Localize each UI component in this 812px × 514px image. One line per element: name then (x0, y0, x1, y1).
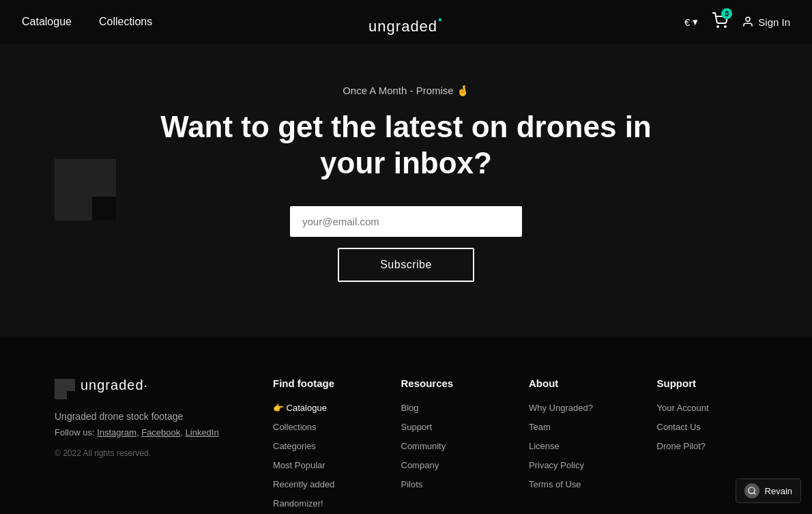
resources-list: Blog Support Community Company Pilots (401, 401, 502, 490)
list-item: Categories (273, 440, 374, 452)
user-icon (742, 16, 754, 28)
company-link[interactable]: Company (401, 460, 439, 470)
navbar: Catalogue Collections ungraded· € ▾ 0 Si… (0, 0, 812, 44)
contact-us-link[interactable]: Contact Us (657, 422, 701, 432)
nav-catalogue[interactable]: Catalogue (22, 16, 72, 28)
list-item: Pilots (401, 478, 502, 490)
support-list: Your Account Contact Us Drone Pilot? (657, 401, 758, 452)
catalogue-link[interactable]: 👉 Catalogue (273, 403, 327, 413)
subscribe-section: Once A Month - Promise 🤞 Want to get the… (0, 44, 812, 337)
list-item: Team (529, 420, 630, 433)
about-list: Why Ungraded? Team License Privacy Polic… (529, 401, 630, 490)
footer-brand-name: ungraded· (81, 377, 148, 393)
footer-logo-wrap: ungraded· (55, 377, 246, 401)
hero-headline: Want to get the latest on drones in your… (140, 109, 672, 182)
cart-button[interactable]: 0 (712, 12, 728, 31)
list-item: Terms of Use (529, 478, 630, 490)
list-item: Recently added (273, 478, 374, 490)
footer-copyright: © 2022 All rights reserved. (55, 448, 246, 458)
subscribe-button[interactable]: Subscribe (338, 248, 474, 282)
chevron-down-icon: ▾ (693, 16, 698, 28)
why-ungraded-link[interactable]: Why Ungraded? (529, 403, 593, 413)
svg-point-2 (746, 17, 750, 21)
logo-text: ungraded· (368, 18, 444, 35)
svg-line-4 (753, 493, 755, 495)
nav-right: € ▾ 0 Sign In (684, 12, 790, 31)
linkedin-link[interactable]: LinkedIn (186, 427, 219, 438)
randomizer-link[interactable]: Randomizer! (273, 498, 323, 509)
facebook-link[interactable]: Facebook (141, 427, 180, 438)
list-item: Collections (273, 420, 374, 433)
currency-selector[interactable]: € ▾ (684, 16, 698, 28)
revain-badge[interactable]: Revain (736, 479, 801, 503)
list-item: 👉 Catalogue (273, 401, 374, 414)
list-item: Most Popular (273, 459, 374, 471)
list-item: Company (401, 459, 502, 471)
blog-link[interactable]: Blog (401, 403, 419, 413)
list-item: Randomizer! (273, 497, 374, 509)
resources-title: Resources (401, 377, 502, 389)
nav-collections[interactable]: Collections (99, 16, 152, 28)
svg-point-0 (717, 26, 719, 27)
footer-brand: ungraded· Ungraded drone stock footage F… (55, 377, 246, 514)
team-link[interactable]: Team (529, 422, 551, 432)
pilots-link[interactable]: Pilots (401, 479, 423, 489)
list-item: License (529, 440, 630, 452)
nav-logo[interactable]: ungraded· (368, 8, 444, 35)
support-title: Support (657, 377, 758, 389)
revain-logo-icon (747, 486, 757, 496)
sign-in-link[interactable]: Sign In (742, 16, 790, 28)
recently-added-link[interactable]: Recently added (273, 479, 334, 489)
footer-logo-mark (55, 379, 75, 399)
categories-link[interactable]: Categories (273, 441, 316, 451)
footer-resources: Resources Blog Support Community Company… (401, 377, 502, 514)
svg-point-1 (725, 26, 726, 27)
community-link[interactable]: Community (401, 441, 446, 451)
revain-icon (744, 483, 759, 498)
find-footage-list: 👉 Catalogue Collections Categories Most … (273, 401, 374, 509)
drone-pilot-link[interactable]: Drone Pilot? (657, 441, 706, 451)
list-item: Why Ungraded? (529, 401, 630, 414)
about-title: About (529, 377, 630, 389)
list-item: Support (401, 420, 502, 433)
footer-tagline: Ungraded drone stock footage (55, 411, 246, 422)
svg-point-3 (748, 487, 754, 494)
list-item: Blog (401, 401, 502, 414)
license-link[interactable]: License (529, 441, 560, 451)
revain-label: Revain (765, 486, 792, 496)
email-input[interactable] (290, 206, 522, 237)
list-item: Community (401, 440, 502, 452)
your-account-link[interactable]: Your Account (657, 403, 709, 413)
most-popular-link[interactable]: Most Popular (273, 460, 325, 470)
nav-left: Catalogue Collections (22, 16, 152, 28)
find-footage-title: Find footage (273, 377, 374, 389)
footer-follow: Follow us: Instagram, Facebook, LinkedIn (55, 427, 246, 438)
list-item: Privacy Policy (529, 459, 630, 471)
footer-about: About Why Ungraded? Team License Privacy… (529, 377, 630, 514)
footer: ungraded· Ungraded drone stock footage F… (0, 337, 812, 514)
list-item: Contact Us (657, 420, 758, 433)
email-input-wrap (290, 206, 522, 237)
privacy-policy-link[interactable]: Privacy Policy (529, 460, 584, 470)
list-item: Your Account (657, 401, 758, 414)
instagram-link[interactable]: Instagram (97, 427, 136, 438)
collections-link[interactable]: Collections (273, 422, 317, 432)
support-link[interactable]: Support (401, 422, 433, 432)
footer-find-footage: Find footage 👉 Catalogue Collections Cat… (273, 377, 374, 514)
cart-badge: 0 (721, 8, 732, 19)
logo-dot: · (437, 8, 444, 29)
terms-of-use-link[interactable]: Terms of Use (529, 479, 581, 489)
logo-graphic (55, 159, 116, 220)
list-item: Drone Pilot? (657, 440, 758, 452)
footer-grid: ungraded· Ungraded drone stock footage F… (55, 377, 757, 514)
once-promise-text: Once A Month - Promise 🤞 (343, 85, 469, 97)
